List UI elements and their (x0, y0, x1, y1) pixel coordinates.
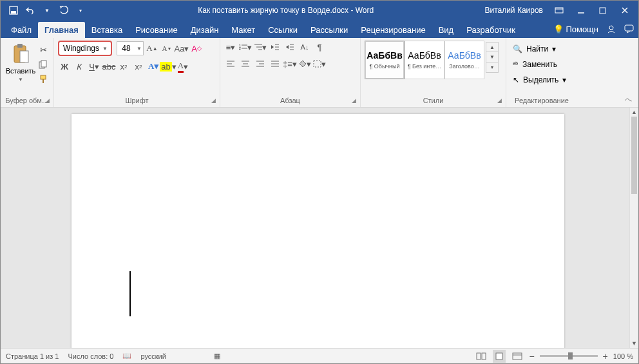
superscript-icon[interactable]: x2 (132, 60, 145, 73)
bullets-icon[interactable]: ≡▾ (224, 41, 237, 53)
svg-rect-5 (600, 8, 606, 14)
align-center-icon[interactable] (239, 57, 252, 70)
decrease-indent-icon[interactable] (269, 41, 281, 53)
page[interactable] (72, 114, 564, 348)
tab-mailings[interactable]: Рассылки (304, 22, 354, 38)
scroll-thumb[interactable] (631, 117, 637, 194)
close-button[interactable] (615, 3, 634, 18)
text-effects-icon[interactable]: A▾ (147, 60, 160, 73)
spell-check-icon[interactable]: 📖 (122, 352, 131, 360)
group-editing: 🔍Найти▾ ᵃᵇЗаменить ↖Выделить▾ Редактиров… (506, 38, 577, 107)
italic-button[interactable]: К (73, 60, 86, 73)
tab-draw[interactable]: Рисование (129, 22, 184, 38)
tab-developer[interactable]: Разработчик (460, 22, 522, 38)
undo-icon[interactable] (24, 4, 37, 17)
styles-more-icon[interactable]: ▾ (486, 62, 499, 73)
word-count[interactable]: Число слов: 0 (68, 352, 113, 360)
tab-review[interactable]: Рецензирование (354, 22, 432, 38)
numbering-icon[interactable]: 12▾ (239, 41, 252, 53)
zoom-knob[interactable] (568, 352, 573, 359)
group-label-styles: Стили (423, 97, 444, 104)
increase-indent-icon[interactable] (283, 41, 296, 53)
read-mode-icon[interactable] (475, 350, 488, 363)
style-heading[interactable]: АаБбВв Заголово… (444, 41, 484, 79)
bold-button[interactable]: Ж (58, 60, 71, 73)
web-layout-icon[interactable] (511, 350, 524, 363)
chevron-down-icon[interactable]: ▼ (135, 46, 143, 52)
paste-label: Вставить (6, 67, 36, 75)
styles-scroll-up-icon[interactable]: ▲ (486, 42, 499, 52)
font-size-combo[interactable]: ▼ (117, 41, 144, 55)
select-button[interactable]: ↖Выделить▾ (510, 73, 569, 87)
tab-insert[interactable]: Вставка (85, 22, 129, 38)
zoom-level[interactable]: 100 % (613, 352, 633, 360)
ribbon-display-icon[interactable] (549, 3, 569, 18)
styles-dialog-icon[interactable]: ◢ (497, 97, 502, 104)
tab-file[interactable]: Файл (5, 22, 38, 38)
language-indicator[interactable]: русский (140, 352, 166, 360)
font-size-input[interactable] (117, 44, 135, 53)
tab-home[interactable]: Главная (38, 22, 85, 38)
cut-icon[interactable]: ✂ (37, 43, 50, 56)
copy-icon[interactable] (37, 58, 50, 71)
subscript-icon[interactable]: x2 (117, 60, 130, 73)
multilevel-list-icon[interactable]: ▾ (254, 41, 267, 53)
tab-references[interactable]: Ссылки (262, 22, 304, 38)
macro-icon[interactable]: ▦ (214, 352, 220, 360)
justify-icon[interactable] (269, 57, 281, 70)
font-color-icon[interactable]: A▾ (176, 60, 189, 73)
style-normal[interactable]: АаБбВв ¶ Обычный (365, 41, 405, 79)
redo-icon[interactable] (57, 4, 70, 17)
shrink-font-icon[interactable]: A▼ (160, 42, 173, 55)
zoom-in-button[interactable]: + (603, 351, 608, 361)
share-icon[interactable] (606, 24, 616, 34)
tell-me[interactable]: 💡 Помощн (553, 24, 598, 34)
print-layout-icon[interactable] (493, 350, 506, 363)
tab-layout[interactable]: Макет (225, 22, 262, 38)
clear-format-icon[interactable]: A◇ (190, 42, 203, 55)
collapse-ribbon-icon[interactable]: へ (625, 95, 632, 104)
borders-icon[interactable]: ▾ (313, 57, 326, 70)
minimize-button[interactable] (571, 3, 591, 18)
comments-icon[interactable] (624, 24, 634, 34)
line-spacing-icon[interactable]: ‡≡▾ (283, 57, 296, 70)
sort-icon[interactable]: A↓ (298, 41, 311, 53)
strikethrough-icon[interactable]: abc (102, 60, 115, 73)
find-button[interactable]: 🔍Найти▾ (510, 42, 558, 56)
highlight-icon[interactable]: ab▾ (162, 60, 175, 73)
text-cursor (129, 271, 131, 316)
font-dialog-icon[interactable]: ◢ (211, 97, 216, 104)
show-marks-icon[interactable]: ¶ (313, 41, 326, 53)
tab-design[interactable]: Дизайн (184, 22, 225, 38)
grow-font-icon[interactable]: A▲ (146, 42, 158, 55)
style-no-spacing[interactable]: АаБбВв ¶ Без инте… (405, 41, 444, 79)
align-left-icon[interactable] (224, 57, 237, 70)
document-area[interactable] (1, 108, 629, 348)
user-name[interactable]: Виталий Каиров (478, 6, 549, 15)
paragraph-dialog-icon[interactable]: ◢ (352, 97, 356, 104)
scroll-up-icon[interactable]: ▲ (630, 108, 638, 117)
align-right-icon[interactable] (254, 57, 267, 70)
page-indicator[interactable]: Страница 1 из 1 (6, 352, 59, 360)
format-painter-icon[interactable] (37, 73, 50, 86)
qat-customize-icon[interactable]: ▾ (74, 4, 87, 17)
scroll-down-icon[interactable]: ▼ (630, 339, 638, 348)
zoom-out-button[interactable]: − (529, 351, 534, 361)
scroll-track[interactable] (630, 117, 638, 339)
change-case-icon[interactable]: Aa▾ (175, 42, 188, 55)
clipboard-dialog-icon[interactable]: ◢ (45, 97, 50, 104)
font-name-input[interactable] (61, 44, 101, 53)
paste-button[interactable]: Вставить ▼ (5, 41, 37, 84)
chevron-down-icon[interactable]: ▼ (41, 4, 53, 17)
shading-icon[interactable]: ▾ (298, 57, 311, 70)
underline-button[interactable]: Ч▾ (88, 60, 100, 73)
font-name-combo[interactable]: ▼ (58, 41, 112, 56)
vertical-scrollbar[interactable]: ▲ ▼ (629, 108, 638, 348)
chevron-down-icon[interactable]: ▼ (101, 46, 109, 52)
tab-view[interactable]: Вид (432, 22, 461, 38)
save-icon[interactable] (7, 4, 20, 17)
styles-scroll-down-icon[interactable]: ▼ (486, 52, 499, 62)
maximize-button[interactable] (593, 3, 613, 18)
zoom-slider[interactable] (540, 355, 598, 357)
replace-button[interactable]: ᵃᵇЗаменить (510, 57, 560, 72)
